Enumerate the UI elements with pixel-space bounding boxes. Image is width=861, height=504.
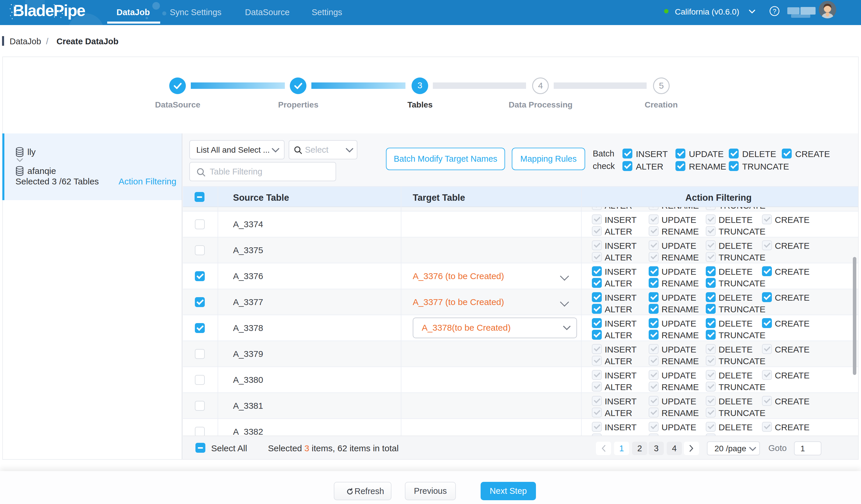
svg-text:?: ? xyxy=(773,8,776,15)
